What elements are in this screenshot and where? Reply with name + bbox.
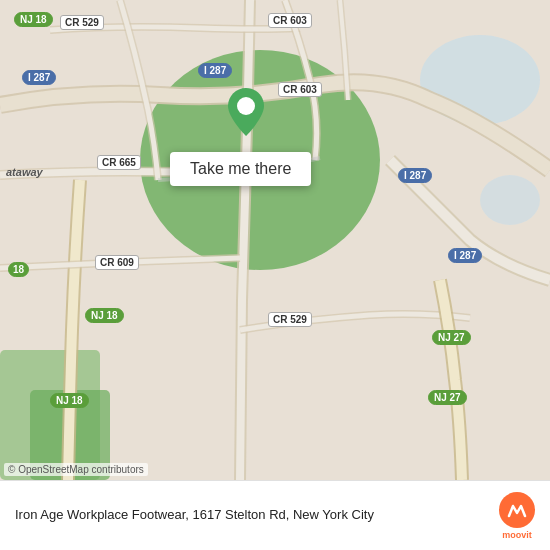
road-label-cr665: CR 665 — [97, 155, 141, 170]
address-text: Iron Age Workplace Footwear, 1617 Stelto… — [15, 506, 489, 524]
road-label-cr529-bot: CR 529 — [268, 312, 312, 327]
moovit-icon — [499, 492, 535, 528]
location-pin — [228, 88, 264, 136]
take-me-there-button[interactable]: Take me there — [170, 152, 311, 186]
road-label-i287-mid: I 287 — [198, 63, 232, 78]
moovit-logo: moovit — [499, 492, 535, 540]
road-label-i287-right: I 287 — [398, 168, 432, 183]
map-copyright: © OpenStreetMap contributors — [4, 463, 148, 476]
road-label-nj27-bot: NJ 27 — [428, 390, 467, 405]
road-label-cr609: CR 609 — [95, 255, 139, 270]
road-label-i287-left: I 287 — [22, 70, 56, 85]
svg-point-2 — [480, 175, 540, 225]
road-label-cr529-top: CR 529 — [60, 15, 104, 30]
road-label-nj18-mid: NJ 18 — [85, 308, 124, 323]
moovit-label: moovit — [502, 530, 532, 540]
road-label-nj18-bot: NJ 18 — [50, 393, 89, 408]
road-label-cr603-top: CR 603 — [268, 13, 312, 28]
map-container: ataway I 287 I 287 I 287 I 287 CR 529 CR… — [0, 0, 550, 480]
road-label-18-side: 18 — [8, 262, 29, 277]
road-label-cr603-mid: CR 603 — [278, 82, 322, 97]
road-label-nj27-top: NJ 27 — [432, 330, 471, 345]
road-label-i287-bot: I 287 — [448, 248, 482, 263]
svg-point-6 — [237, 97, 255, 115]
area-label: ataway — [2, 165, 47, 179]
road-label-nj-placeholder: NJ 18 — [14, 12, 53, 27]
info-bar: Iron Age Workplace Footwear, 1617 Stelto… — [0, 480, 550, 550]
